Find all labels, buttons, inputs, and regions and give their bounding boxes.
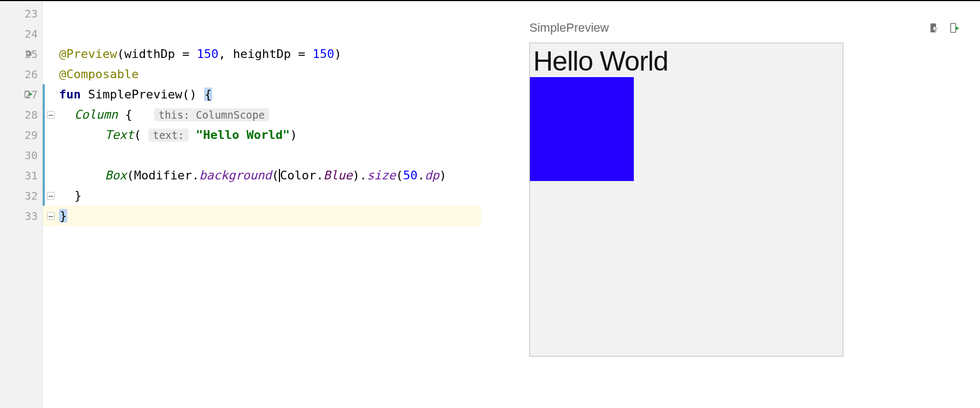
code-line[interactable]: Column { this: ColumnScope xyxy=(43,104,481,125)
change-indicator xyxy=(43,165,45,185)
change-indicator xyxy=(43,185,45,206)
fold-handle-icon[interactable] xyxy=(47,212,55,220)
extension-fn: size xyxy=(367,168,396,182)
composable-call: Column xyxy=(74,108,118,121)
gutter-row[interactable]: 31 xyxy=(0,165,42,185)
code-punct: . xyxy=(418,168,425,182)
code-punct: ) xyxy=(290,128,297,142)
line-number: 26 xyxy=(25,68,38,81)
code-line[interactable] xyxy=(43,3,481,24)
preview-title: SimplePreview xyxy=(529,21,609,35)
number-literal: 50 xyxy=(403,168,418,182)
preview-blue-box xyxy=(530,77,634,181)
code-line[interactable]: } xyxy=(43,185,481,206)
editor-gutter: 23 24 25 26 27 28 29 30 31 32 33 xyxy=(0,1,43,408)
ide-root: 23 24 25 26 27 28 29 30 31 32 33 xyxy=(0,0,980,408)
code-punct: ). xyxy=(352,168,367,182)
code-punct: ) xyxy=(334,47,341,61)
line-number: 24 xyxy=(25,27,38,40)
preview-pane: SimplePreview Hello World xyxy=(481,1,980,408)
run-preview-icon[interactable] xyxy=(24,90,34,100)
gutter-row[interactable]: 23 xyxy=(0,3,42,24)
change-indicator xyxy=(43,125,45,145)
fold-handle-icon[interactable] xyxy=(47,192,55,200)
gutter-row[interactable]: 25 xyxy=(0,44,42,64)
code-punct: ( xyxy=(134,128,149,142)
composable-call: Text xyxy=(105,128,134,142)
code-area[interactable]: @Preview(widthDp = 150, heightDp = 150) … xyxy=(43,1,481,408)
editor-pane[interactable]: 23 24 25 26 27 28 29 30 31 32 33 xyxy=(0,1,481,408)
brace-open: { xyxy=(204,88,212,101)
line-number: 33 xyxy=(25,209,38,223)
gutter-row[interactable]: 24 xyxy=(0,24,42,44)
change-indicator xyxy=(43,104,45,125)
extension-fn: background xyxy=(199,168,271,182)
code-punct: ) xyxy=(439,168,446,182)
code-line[interactable]: Text( text: "Hello World") xyxy=(43,125,481,145)
code-punct: , heightDp = xyxy=(218,47,312,61)
code-line[interactable] xyxy=(43,145,481,165)
annotation: @Preview xyxy=(59,47,117,61)
string-literal: "Hello World" xyxy=(189,128,290,142)
code-line-current[interactable]: } xyxy=(43,206,481,226)
function-name: SimplePreview() xyxy=(81,88,204,101)
change-indicator xyxy=(43,145,45,165)
svg-marker-1 xyxy=(30,92,33,96)
code-punct: { xyxy=(118,108,154,121)
code-line[interactable] xyxy=(43,24,481,44)
code-punct: ( xyxy=(272,168,279,182)
inlay-hint: text: xyxy=(148,129,188,142)
line-number: 28 xyxy=(25,108,38,121)
class-ref: Color. xyxy=(280,168,323,182)
gutter-row[interactable]: 32 xyxy=(0,185,42,206)
line-number: 29 xyxy=(25,129,38,142)
extension-prop: dp xyxy=(425,168,440,182)
gutter-row[interactable]: 29 xyxy=(0,125,42,145)
enum-value: Blue xyxy=(323,168,352,182)
brace-close: } xyxy=(74,189,81,202)
gutter-row[interactable]: 30 xyxy=(0,145,42,165)
line-number: 32 xyxy=(25,189,38,202)
interactive-preview-icon[interactable] xyxy=(929,22,941,34)
keyword: fun xyxy=(59,88,81,101)
svg-rect-3 xyxy=(950,24,955,33)
number-literal: 150 xyxy=(313,47,335,61)
gear-icon[interactable] xyxy=(24,49,34,59)
code-punct: (widthDp = xyxy=(117,47,197,61)
preview-header: SimplePreview xyxy=(529,20,960,36)
gutter-row[interactable]: 26 xyxy=(0,64,42,84)
code-punct: ( xyxy=(396,168,403,182)
gutter-row[interactable]: 27 xyxy=(0,84,42,104)
svg-rect-0 xyxy=(25,91,30,97)
code-line[interactable]: Box(Modifier.background(Color.Blue).size… xyxy=(43,165,481,185)
svg-marker-4 xyxy=(956,27,960,31)
code-line[interactable]: @Composable xyxy=(43,64,481,84)
inlay-hint: this: ColumnScope xyxy=(154,108,269,121)
code-line[interactable]: @Preview(widthDp = 150, heightDp = 150) xyxy=(43,44,481,64)
line-number: 30 xyxy=(25,149,38,162)
annotation: @Composable xyxy=(59,67,139,81)
brace-close: } xyxy=(59,209,67,223)
composable-call: Box xyxy=(105,168,127,182)
deploy-preview-icon[interactable] xyxy=(948,22,960,34)
gutter-row[interactable]: 28 xyxy=(0,104,42,125)
line-number: 23 xyxy=(25,7,38,20)
preview-canvas[interactable]: Hello World xyxy=(529,43,843,357)
change-indicator xyxy=(43,84,45,104)
gutter-row[interactable]: 33 xyxy=(0,206,42,226)
preview-toolbar xyxy=(929,22,960,34)
fold-handle-icon[interactable] xyxy=(47,111,55,119)
preview-text-hello: Hello World xyxy=(530,43,843,77)
number-literal: 150 xyxy=(197,47,219,61)
code-punct: (Modifier. xyxy=(127,168,199,182)
line-number: 31 xyxy=(25,169,38,182)
code-line[interactable]: fun SimplePreview() { xyxy=(43,84,481,104)
